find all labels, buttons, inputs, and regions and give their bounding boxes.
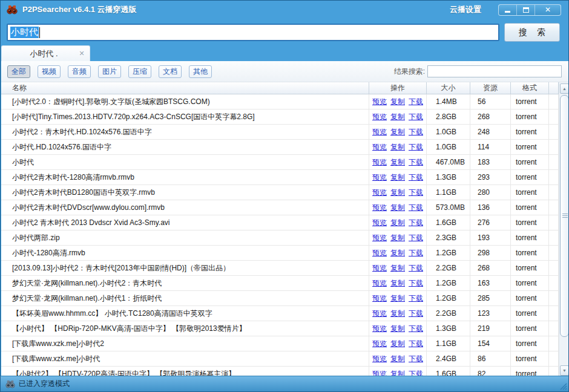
download-link[interactable]: 下载 bbox=[409, 203, 423, 213]
copy-link[interactable]: 复制 bbox=[390, 188, 405, 198]
download-link[interactable]: 下载 bbox=[409, 218, 423, 228]
search-input[interactable]: 小时代 bbox=[7, 24, 499, 41]
preview-link[interactable]: 预览 bbox=[372, 127, 387, 137]
copy-link[interactable]: 复制 bbox=[390, 248, 405, 258]
preview-link[interactable]: 预览 bbox=[372, 354, 387, 364]
result-tab[interactable]: 小时代 . ✕ bbox=[1, 45, 90, 61]
header-resources[interactable]: 资源 bbox=[470, 82, 511, 94]
filter-button[interactable]: 其他 bbox=[189, 65, 212, 78]
copy-link[interactable]: 复制 bbox=[390, 263, 405, 273]
filter-button[interactable]: 压缩 bbox=[128, 65, 151, 78]
filter-button[interactable]: 视频 bbox=[38, 65, 61, 78]
copy-link[interactable]: 复制 bbox=[390, 233, 405, 243]
table-row[interactable]: 小时代2青木时代-1280高清rmvb.rmvb 预览 复制 下载 1.3GB … bbox=[1, 170, 559, 185]
download-link[interactable]: 下载 bbox=[409, 324, 423, 334]
preview-link[interactable]: 预览 bbox=[372, 188, 387, 198]
download-link[interactable]: 下载 bbox=[409, 309, 423, 319]
preview-link[interactable]: 预览 bbox=[372, 293, 387, 304]
table-row[interactable]: 小时代两部.zip 预览 复制 下载 2.3GB 193 torrent bbox=[1, 230, 559, 246]
table-row[interactable]: 梦幻天堂·龙网(killman.net).小时代1：折纸时代 预览 复制 下载 … bbox=[1, 291, 559, 306]
close-button[interactable]: ✕ bbox=[535, 5, 561, 15]
copy-link[interactable]: 复制 bbox=[390, 218, 405, 228]
scroll-up-button[interactable]: ▲ bbox=[560, 83, 569, 94]
copy-link[interactable]: 复制 bbox=[390, 278, 405, 289]
tab-close-icon[interactable]: ✕ bbox=[77, 50, 86, 58]
table-row[interactable]: [下载库www.xzk.me]小时代2 预览 复制 下载 1.1GB 154 t… bbox=[1, 336, 559, 351]
preview-link[interactable]: 预览 bbox=[372, 324, 387, 334]
preview-link[interactable]: 预览 bbox=[372, 112, 387, 122]
download-link[interactable]: 下载 bbox=[409, 278, 423, 289]
copy-link[interactable]: 复制 bbox=[390, 127, 405, 137]
preview-link[interactable]: 预览 bbox=[372, 233, 387, 243]
filter-button[interactable]: 图片 bbox=[98, 65, 121, 78]
download-link[interactable]: 下载 bbox=[409, 188, 423, 198]
preview-link[interactable]: 预览 bbox=[372, 339, 387, 349]
maximize-button[interactable] bbox=[517, 5, 535, 15]
table-row[interactable]: 小时代-1280高清.rmvb 预览 复制 下载 1.2GB 298 torre… bbox=[1, 246, 559, 261]
header-size[interactable]: 大小 bbox=[427, 82, 470, 94]
search-button[interactable]: 搜 索 bbox=[504, 23, 560, 42]
copy-link[interactable]: 复制 bbox=[390, 157, 405, 168]
file-format: torrent bbox=[511, 336, 549, 351]
download-link[interactable]: 下载 bbox=[409, 339, 423, 349]
table-row[interactable]: [2013.09.13]小时代2：青木时代[2013年中国剧情(HD)]（帝国出… bbox=[1, 261, 559, 276]
resize-grip[interactable] bbox=[560, 383, 567, 390]
table-row[interactable]: 小时代2青木时代DVDscr[www.dylou.com].rmvb 预览 复制… bbox=[1, 200, 559, 215]
copy-link[interactable]: 复制 bbox=[390, 112, 405, 122]
filter-button[interactable]: 全部 bbox=[7, 65, 30, 78]
table-row[interactable]: [下载库www.xzk.me]小时代 预览 复制 下载 2.4GB 86 tor… bbox=[1, 351, 559, 367]
table-row[interactable]: 【小时代】 【HDRip-720P-MKV高清-国语中字】 【郭敬明2013爱情… bbox=[1, 321, 559, 336]
copy-link[interactable]: 复制 bbox=[390, 339, 405, 349]
result-search-input[interactable] bbox=[427, 65, 562, 77]
header-name[interactable]: 名称 bbox=[1, 82, 369, 94]
copy-link[interactable]: 复制 bbox=[390, 97, 405, 107]
table-row[interactable]: 梦幻天堂·龙网(killman.net).小时代2：青木时代 预览 复制 下载 … bbox=[1, 276, 559, 291]
preview-link[interactable]: 预览 bbox=[372, 309, 387, 319]
filter-button[interactable]: 文档 bbox=[159, 65, 182, 78]
table-row[interactable]: 小时代.HD.1024x576.国语中字 预览 复制 下载 1.0GB 114 … bbox=[1, 140, 559, 155]
download-link[interactable]: 下载 bbox=[409, 233, 423, 243]
download-link[interactable]: 下载 bbox=[409, 293, 423, 304]
download-link[interactable]: 下载 bbox=[409, 157, 423, 168]
download-link[interactable]: 下载 bbox=[409, 127, 423, 137]
table-row[interactable]: 小时代2：青木时代.HD.1024x576.国语中字 预览 复制 下载 1.0G… bbox=[1, 125, 559, 140]
copy-link[interactable]: 复制 bbox=[390, 142, 405, 152]
download-link[interactable]: 下载 bbox=[409, 172, 423, 183]
preview-link[interactable]: 预览 bbox=[372, 263, 387, 273]
copy-link[interactable]: 复制 bbox=[390, 324, 405, 334]
table-row[interactable]: 【坏坏美眉www.hhmm.cc】 小时代.TC1280高清国语中英双字 预览 … bbox=[1, 306, 559, 321]
download-link[interactable]: 下载 bbox=[409, 248, 423, 258]
table-row[interactable]: 小时代2 青木时代 2013 Dvdscr Xvid Ac3-Smy.avi 预… bbox=[1, 215, 559, 230]
preview-link[interactable]: 预览 bbox=[372, 278, 387, 289]
preview-link[interactable]: 预览 bbox=[372, 248, 387, 258]
copy-link[interactable]: 复制 bbox=[390, 203, 405, 213]
header-format[interactable]: 格式 bbox=[511, 82, 549, 94]
title-bar[interactable]: P2PSearcher v6.4.1 云播穿透版 云播设置 ✕ bbox=[1, 1, 568, 19]
copy-link[interactable]: 复制 bbox=[390, 354, 405, 364]
preview-link[interactable]: 预览 bbox=[372, 157, 387, 168]
table-row[interactable]: [小时代]Tiny.Times.2013.HDTV.720p.x264.AC3-… bbox=[1, 109, 559, 125]
preview-link[interactable]: 预览 bbox=[372, 142, 387, 152]
preview-link[interactable]: 预览 bbox=[372, 203, 387, 213]
table-row[interactable]: [小时代2.0：虚铜时代].郭敬明.文字版(圣城家园BTSCG.COM) 预览 … bbox=[1, 94, 559, 109]
vertical-scrollbar[interactable]: ▲ ▼ bbox=[559, 82, 569, 377]
cloud-settings-button[interactable]: 云播设置 bbox=[450, 4, 481, 15]
preview-link[interactable]: 预览 bbox=[372, 97, 387, 107]
filter-button[interactable]: 音频 bbox=[68, 65, 91, 78]
preview-link[interactable]: 预览 bbox=[372, 172, 387, 183]
copy-link[interactable]: 复制 bbox=[390, 172, 405, 183]
minimize-button[interactable] bbox=[499, 5, 517, 15]
table-row[interactable]: 小时代2青木时代BD1280国语中英双字.rmvb 预览 复制 下载 1.1GB… bbox=[1, 185, 559, 200]
preview-link[interactable]: 预览 bbox=[372, 218, 387, 228]
scrollbar-thumb[interactable] bbox=[560, 95, 569, 337]
copy-link[interactable]: 复制 bbox=[390, 293, 405, 304]
copy-link[interactable]: 复制 bbox=[390, 309, 405, 319]
download-link[interactable]: 下载 bbox=[409, 112, 423, 122]
table-row[interactable]: 小时代 预览 复制 下载 467.0MB 183 torrent bbox=[1, 155, 559, 170]
header-actions[interactable]: 操作 bbox=[369, 82, 427, 94]
download-link[interactable]: 下载 bbox=[409, 142, 423, 152]
download-link[interactable]: 下载 bbox=[409, 354, 423, 364]
scroll-down-button[interactable]: ▼ bbox=[560, 365, 569, 376]
download-link[interactable]: 下载 bbox=[409, 263, 423, 273]
download-link[interactable]: 下载 bbox=[409, 97, 423, 107]
